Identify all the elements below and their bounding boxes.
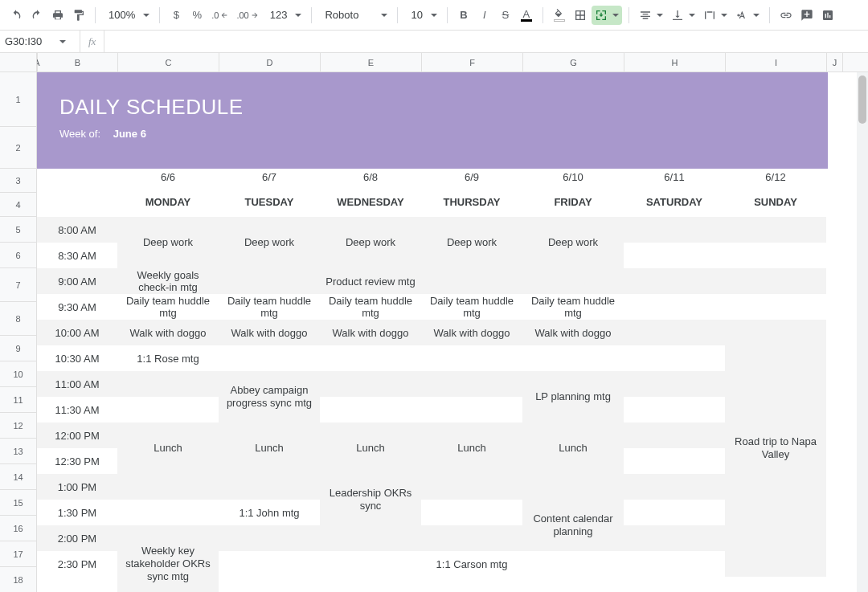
schedule-event[interactable]: Lunch	[219, 423, 320, 474]
schedule-cell[interactable]: 1:1 Rose mtg	[117, 345, 219, 371]
row-header[interactable]: 18	[0, 567, 36, 592]
column-header[interactable]: B	[38, 53, 118, 71]
zoom-select[interactable]: 100%	[102, 6, 153, 25]
schedule-event[interactable]: Deep work	[219, 217, 320, 268]
schedule-cell[interactable]	[421, 371, 522, 397]
insert-chart-button[interactable]	[818, 6, 837, 25]
schedule-cell[interactable]	[624, 345, 725, 371]
schedule-cell[interactable]: Daily team huddle mtg	[320, 294, 421, 320]
schedule-cell[interactable]: Daily team huddle mtg	[522, 294, 624, 320]
row-header[interactable]: 12	[0, 413, 36, 439]
schedule-cell[interactable]	[624, 423, 725, 448]
column-header[interactable]: G	[523, 53, 624, 71]
schedule-event[interactable]: Lunch	[320, 423, 421, 474]
schedule-cell[interactable]	[421, 397, 522, 423]
schedule-cell[interactable]	[421, 268, 522, 294]
schedule-cell[interactable]	[624, 294, 725, 320]
vertical-align-button[interactable]	[668, 6, 698, 25]
schedule-cell[interactable]	[624, 500, 725, 525]
schedule-cell[interactable]: Walk with doggo	[219, 320, 320, 345]
schedule-cell[interactable]	[421, 500, 522, 525]
schedule-cell[interactable]	[624, 217, 725, 243]
format-percent-button[interactable]: %	[187, 6, 207, 25]
schedule-event[interactable]: LP planning mtg	[522, 371, 624, 423]
schedule-event[interactable]: Road trip to Napa Valley	[725, 320, 826, 577]
schedule-cell[interactable]	[320, 371, 421, 397]
schedule-cell[interactable]: Walk with doggo	[421, 320, 522, 345]
schedule-event[interactable]: Lunch	[421, 423, 522, 474]
schedule-cell[interactable]	[624, 448, 725, 474]
select-all-corner[interactable]	[0, 53, 37, 72]
row-header[interactable]: 2	[0, 127, 36, 169]
schedule-cell[interactable]	[522, 551, 624, 577]
borders-button[interactable]	[571, 6, 590, 25]
column-header[interactable]: H	[624, 53, 726, 71]
row-header[interactable]: 6	[0, 243, 36, 268]
schedule-cell[interactable]	[522, 474, 624, 500]
more-formats-select[interactable]: 123	[264, 6, 305, 25]
schedule-event[interactable]: Lunch	[117, 423, 219, 474]
column-header[interactable]: F	[422, 53, 523, 71]
schedule-cell[interactable]	[522, 345, 624, 371]
row-header[interactable]: 3	[0, 169, 36, 193]
schedule-event[interactable]: Weekly key stakeholder OKRs sync mtg	[117, 525, 219, 592]
name-box[interactable]	[0, 31, 80, 52]
schedule-cell[interactable]	[725, 217, 826, 243]
schedule-cell[interactable]	[219, 474, 320, 500]
formula-input[interactable]	[104, 31, 868, 52]
row-header[interactable]: 9	[0, 336, 36, 361]
row-header[interactable]: 5	[0, 217, 36, 243]
vertical-scrollbar-track[interactable]	[857, 72, 868, 592]
schedule-cell[interactable]	[624, 397, 725, 423]
schedule-cell[interactable]	[624, 474, 725, 500]
schedule-event[interactable]: Deep work	[522, 217, 624, 268]
schedule-cell[interactable]: Daily team huddle mtg	[421, 294, 522, 320]
row-header[interactable]: 1	[0, 72, 36, 127]
column-header[interactable]: D	[219, 53, 321, 71]
schedule-cell[interactable]: Walk with doggo	[320, 320, 421, 345]
row-header[interactable]: 11	[0, 387, 36, 413]
schedule-cell[interactable]	[320, 345, 421, 371]
row-header[interactable]: 13	[0, 439, 36, 464]
row-header[interactable]: 16	[0, 516, 36, 541]
print-button[interactable]	[48, 6, 68, 25]
text-rotation-button[interactable]	[732, 6, 763, 25]
column-header[interactable]: I	[726, 53, 827, 71]
schedule-cell[interactable]	[725, 268, 826, 294]
schedule-cell[interactable]: Daily team huddle mtg	[117, 294, 219, 320]
text-wrap-button[interactable]	[700, 6, 731, 25]
schedule-cell[interactable]	[117, 474, 219, 500]
strikethrough-button[interactable]: S	[496, 6, 515, 25]
row-header[interactable]: 14	[0, 464, 36, 490]
column-header[interactable]: J	[827, 53, 843, 71]
schedule-event[interactable]: Abbey campaign progress sync mtg	[219, 371, 320, 423]
row-header[interactable]: 10	[0, 361, 36, 387]
schedule-cell[interactable]	[117, 500, 219, 525]
italic-button[interactable]: I	[475, 6, 494, 25]
schedule-cell[interactable]	[219, 268, 320, 294]
text-color-button[interactable]: A	[517, 6, 536, 25]
font-family-select[interactable]: Roboto	[318, 6, 391, 25]
increase-decimal-button[interactable]: .00	[233, 6, 261, 25]
schedule-cell[interactable]: Walk with doggo	[117, 320, 219, 345]
schedule-cell[interactable]	[219, 551, 320, 577]
horizontal-align-button[interactable]	[636, 6, 666, 25]
schedule-cell[interactable]	[320, 551, 421, 577]
schedule-cell[interactable]	[725, 294, 826, 320]
fill-color-button[interactable]	[550, 6, 569, 25]
format-currency-button[interactable]: $	[166, 6, 186, 25]
schedule-cell[interactable]: 1:1 John mtg	[219, 500, 320, 525]
row-header[interactable]: 7	[0, 268, 36, 302]
merge-cells-button[interactable]	[592, 6, 622, 25]
schedule-cell[interactable]	[320, 525, 421, 551]
schedule-cell[interactable]	[117, 397, 219, 423]
schedule-cell[interactable]	[421, 525, 522, 551]
schedule-cell[interactable]: Walk with doggo	[522, 320, 624, 345]
schedule-cell[interactable]: 1:1 Carson mtg	[421, 551, 522, 577]
schedule-cell[interactable]	[725, 243, 826, 268]
column-header[interactable]: E	[321, 53, 422, 71]
schedule-event[interactable]: Deep work	[117, 217, 219, 268]
schedule-cell[interactable]	[624, 371, 725, 397]
schedule-event[interactable]: Content calendar planning	[522, 500, 624, 551]
schedule-cell[interactable]	[624, 320, 725, 345]
